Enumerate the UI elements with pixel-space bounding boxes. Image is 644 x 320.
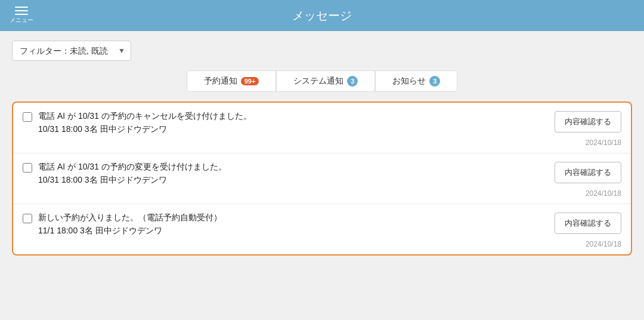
message-left-2: 電話 AI が 10/31 の予約の変更を受け付けました。 10/31 18:0…	[23, 162, 555, 186]
message-left-3: 新しい予約が入りました。（電話予約自動受付） 11/1 18:00 3名 田中ジ…	[23, 213, 555, 236]
messages-container: 電話 AI が 10/31 の予約のキャンセルを受け付けました。 10/31 1…	[12, 101, 632, 256]
tab-notice-label: お知らせ	[392, 76, 426, 87]
tab-notice[interactable]: お知らせ 3	[375, 70, 457, 92]
tab-notice-badge: 3	[429, 76, 440, 87]
message-checkbox-3[interactable]	[23, 214, 32, 223]
message-checkbox-2[interactable]	[23, 163, 32, 173]
message-title-3: 新しい予約が入りました。（電話予約自動受付）	[38, 213, 555, 223]
message-inner-2: 電話 AI が 10/31 の予約の変更を受け付けました。 10/31 18:0…	[13, 153, 631, 188]
confirm-button-1[interactable]: 内容確認する	[555, 111, 621, 133]
tab-reservation[interactable]: 予約通知 99+	[187, 70, 277, 92]
filter-row: フィルター：未読, 既読 ▼	[12, 41, 632, 61]
header: メニュー メッセージ	[0, 0, 644, 31]
menu-button[interactable]: メニュー	[10, 7, 33, 24]
message-date-1: 2024/10/18	[13, 137, 631, 153]
tab-system-label: システム通知	[293, 76, 343, 87]
message-left-1: 電話 AI が 10/31 の予約のキャンセルを受け付けました。 10/31 1…	[23, 111, 555, 135]
tab-reservation-badge: 99+	[241, 77, 259, 85]
tab-reservation-label: 予約通知	[204, 76, 237, 87]
message-item-2: 電話 AI が 10/31 の予約の変更を受け付けました。 10/31 18:0…	[13, 153, 631, 204]
message-item-3: 新しい予約が入りました。（電話予約自動受付） 11/1 18:00 3名 田中ジ…	[13, 204, 631, 254]
tabs-row: 予約通知 99+ システム通知 3 お知らせ 3	[12, 70, 632, 92]
page-title: メッセージ	[292, 8, 352, 24]
message-date-2: 2024/10/18	[13, 188, 631, 204]
message-item-1: 電話 AI が 10/31 の予約のキャンセルを受け付けました。 10/31 1…	[13, 103, 631, 153]
filter-wrapper: フィルター：未読, 既読 ▼	[12, 41, 131, 61]
message-checkbox-1[interactable]	[23, 112, 32, 122]
main-content: フィルター：未読, 既読 ▼ 予約通知 99+ システム通知 3 お知らせ 3 …	[0, 31, 644, 265]
message-subtitle-3: 11/1 18:00 3名 田中ジドウデンワ	[38, 226, 555, 236]
message-subtitle-2: 10/31 18:00 3名 田中ジドウデンワ	[38, 175, 555, 186]
confirm-button-3[interactable]: 内容確認する	[555, 213, 621, 234]
message-inner-1: 電話 AI が 10/31 の予約のキャンセルを受け付けました。 10/31 1…	[13, 103, 631, 137]
message-date-3: 2024/10/18	[13, 239, 631, 254]
tab-system[interactable]: システム通知 3	[276, 70, 375, 92]
message-inner-3: 新しい予約が入りました。（電話予約自動受付） 11/1 18:00 3名 田中ジ…	[13, 204, 631, 239]
tab-system-badge: 3	[347, 76, 358, 87]
message-text-2: 電話 AI が 10/31 の予約の変更を受け付けました。 10/31 18:0…	[38, 162, 555, 186]
message-text-1: 電話 AI が 10/31 の予約のキャンセルを受け付けました。 10/31 1…	[38, 111, 555, 135]
menu-label: メニュー	[10, 16, 33, 24]
confirm-button-2[interactable]: 内容確認する	[555, 162, 621, 183]
message-title-1: 電話 AI が 10/31 の予約のキャンセルを受け付けました。	[38, 111, 555, 122]
message-text-3: 新しい予約が入りました。（電話予約自動受付） 11/1 18:00 3名 田中ジ…	[38, 213, 555, 236]
message-title-2: 電話 AI が 10/31 の予約の変更を受け付けました。	[38, 162, 555, 173]
message-subtitle-1: 10/31 18:00 3名 田中ジドウデンワ	[38, 124, 555, 135]
hamburger-icon	[15, 7, 28, 15]
filter-select[interactable]: フィルター：未読, 既読	[12, 41, 131, 61]
